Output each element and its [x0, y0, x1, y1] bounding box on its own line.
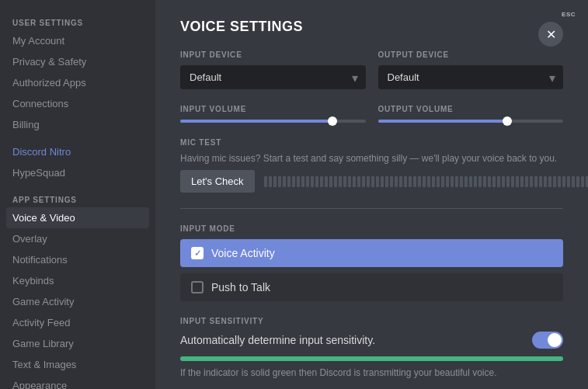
voice-bar	[339, 176, 342, 187]
voice-bar	[446, 176, 449, 187]
voice-bar	[506, 176, 510, 187]
push-to-talk-option[interactable]: Push to Talk	[180, 273, 563, 301]
voice-bar	[348, 176, 351, 187]
voice-bar	[283, 176, 286, 187]
voice-bar	[581, 176, 584, 187]
voice-bar	[530, 176, 533, 187]
voice-bar	[273, 176, 277, 187]
input-sensitivity-section: INPUT SENSITIVITY Automatically determin…	[180, 317, 563, 378]
voice-activity-bars	[264, 174, 588, 189]
input-device-label: INPUT DEVICE	[180, 50, 366, 59]
input-volume-slider[interactable]	[180, 120, 366, 123]
sidebar-item-authorized-apps[interactable]: Authorized Apps	[6, 72, 149, 93]
voice-bar	[390, 176, 393, 187]
voice-bar	[441, 176, 444, 187]
voice-bar	[516, 176, 519, 187]
mic-test-section: MIC TEST Having mic issues? Start a test…	[180, 138, 563, 193]
output-device-select-wrapper: Default ▾	[378, 65, 564, 89]
voice-bar	[478, 176, 482, 187]
sidebar-item-activity-feed[interactable]: Activity Feed	[6, 312, 149, 333]
voice-bar	[423, 176, 426, 187]
voice-bar	[469, 176, 472, 187]
voice-bar	[269, 176, 272, 187]
voice-activity-checkbox	[191, 247, 204, 259]
voice-bar	[492, 176, 496, 187]
device-row: INPUT DEVICE Default ▾ OUTPUT DEVICE Def…	[180, 50, 563, 89]
output-volume-slider[interactable]	[378, 120, 564, 123]
input-volume-group: INPUT VOLUME	[180, 105, 366, 123]
input-volume-thumb[interactable]	[328, 116, 337, 126]
voice-bar	[381, 176, 384, 187]
close-area: ✕ ESC	[562, 9, 576, 18]
mic-test-row: Let's Check	[180, 170, 563, 193]
sidebar-item-appearance[interactable]: Appearance	[6, 375, 149, 389]
input-device-select-wrapper: Default ▾	[180, 65, 366, 89]
mic-test-label: MIC TEST	[180, 138, 563, 147]
voice-bar	[343, 176, 346, 187]
voice-bar	[586, 176, 588, 187]
esc-label: ESC	[562, 11, 576, 18]
voice-bar	[502, 176, 505, 187]
sidebar-item-connections[interactable]: Connections	[6, 93, 149, 114]
voice-bar	[455, 176, 458, 187]
voice-bar	[311, 176, 314, 187]
input-device-group: INPUT DEVICE Default ▾	[180, 50, 366, 89]
sensitivity-green-bar	[180, 356, 563, 361]
voice-bar	[367, 176, 370, 187]
voice-bar	[572, 176, 575, 187]
voice-bar	[576, 176, 579, 187]
output-volume-label: OUTPUT VOLUME	[378, 105, 564, 113]
sensitivity-row: Automatically determine input sensitivit…	[180, 332, 563, 349]
voice-bar	[534, 176, 538, 187]
output-device-group: OUTPUT DEVICE Default ▾	[378, 50, 564, 89]
sidebar-item-game-activity[interactable]: Game Activity	[6, 291, 149, 312]
sidebar-item-overlay[interactable]: Overlay	[6, 228, 149, 249]
voice-bar	[474, 176, 477, 187]
voice-bar	[371, 176, 374, 187]
voice-bar	[315, 176, 318, 187]
sensitivity-toggle[interactable]	[532, 332, 563, 349]
sidebar-item-billing[interactable]: Billing	[6, 114, 149, 135]
voice-bar	[427, 176, 430, 187]
voice-activity-option[interactable]: Voice Activity	[180, 239, 563, 267]
user-settings-header: USER SETTINGS	[6, 12, 149, 30]
sensitivity-hint: If the indicator is solid green then Dis…	[180, 367, 563, 378]
sidebar-item-my-account[interactable]: My Account	[6, 30, 149, 51]
voice-bar	[437, 176, 440, 187]
voice-bar	[544, 176, 547, 187]
sidebar: USER SETTINGS My Account Privacy & Safet…	[0, 0, 155, 389]
sidebar-item-hypesquad[interactable]: HypeSquad	[6, 162, 149, 183]
voice-bar	[306, 176, 309, 187]
input-mode-section: INPUT MODE Voice Activity Push to Talk	[180, 224, 563, 301]
input-device-select[interactable]: Default	[180, 65, 366, 89]
sidebar-item-discord-nitro[interactable]: Discord Nitro	[6, 141, 149, 162]
sidebar-item-privacy-safety[interactable]: Privacy & Safety	[6, 51, 149, 72]
output-volume-fill	[378, 120, 508, 123]
sidebar-item-notifications[interactable]: Notifications	[6, 249, 149, 270]
output-device-label: OUTPUT DEVICE	[378, 50, 564, 59]
volume-row: INPUT VOLUME OUTPUT VOLUME	[180, 105, 563, 123]
voice-bar	[418, 176, 421, 187]
sidebar-item-game-library[interactable]: Game Library	[6, 333, 149, 354]
voice-bar	[413, 176, 416, 187]
voice-bar	[558, 176, 561, 187]
lets-check-button[interactable]: Let's Check	[180, 170, 255, 193]
voice-bar	[278, 176, 281, 187]
voice-bar	[395, 176, 398, 187]
sidebar-item-keybinds[interactable]: Keybinds	[6, 270, 149, 291]
voice-bar	[520, 176, 524, 187]
voice-bar	[460, 176, 463, 187]
voice-bar	[353, 176, 356, 187]
voice-bar	[385, 176, 388, 187]
voice-bar	[464, 176, 468, 187]
voice-bar	[376, 176, 379, 187]
voice-activity-label: Voice Activity	[211, 247, 275, 259]
auto-sensitivity-label: Automatically determine input sensitivit…	[180, 334, 375, 346]
voice-bar	[488, 176, 491, 187]
sidebar-item-voice-video[interactable]: Voice & Video	[6, 207, 149, 228]
voice-bar	[292, 176, 295, 187]
output-volume-thumb[interactable]	[503, 116, 512, 126]
output-device-select[interactable]: Default	[378, 65, 564, 89]
close-button[interactable]: ✕	[538, 22, 563, 47]
sidebar-item-text-images[interactable]: Text & Images	[6, 354, 149, 375]
